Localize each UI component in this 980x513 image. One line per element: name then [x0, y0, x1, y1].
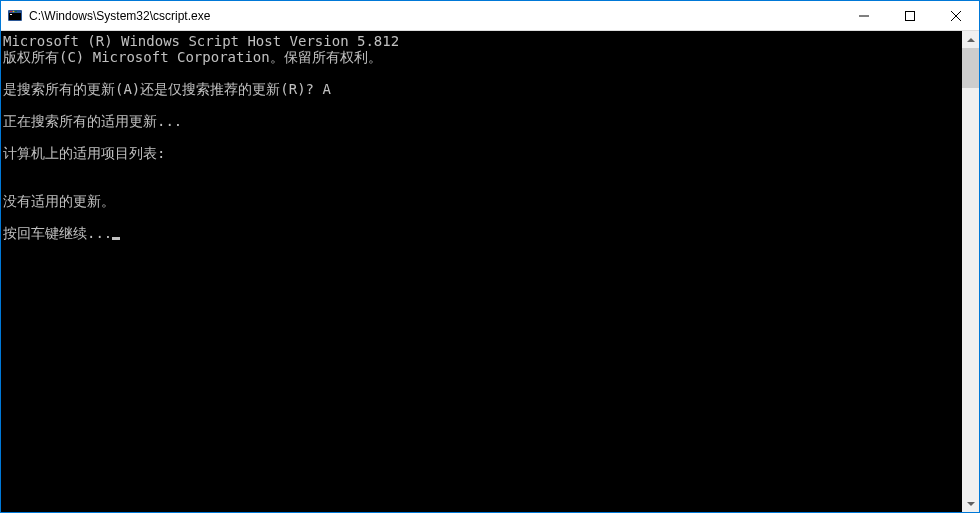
svg-point-3 [10, 10, 12, 12]
titlebar[interactable]: C:\Windows\System32\cscript.exe [1, 1, 979, 31]
client-area: Microsoft (R) Windows Script Host Versio… [1, 31, 979, 512]
scroll-track[interactable] [962, 48, 979, 495]
svg-rect-7 [906, 11, 915, 20]
svg-point-4 [13, 10, 15, 12]
console-line: 正在搜索所有的适用更新... [3, 113, 962, 129]
console-line: 计算机上的适用项目列表: [3, 145, 962, 161]
minimize-button[interactable] [841, 1, 887, 30]
svg-rect-2 [10, 14, 12, 15]
scroll-thumb[interactable] [962, 48, 979, 88]
scroll-up-button[interactable] [962, 31, 979, 48]
maximize-button[interactable] [887, 1, 933, 30]
svg-marker-10 [967, 38, 975, 42]
app-icon [7, 8, 23, 24]
console-line [3, 97, 962, 113]
console-line: 按回车键继续... [3, 225, 962, 241]
console-line [3, 65, 962, 81]
window-controls [841, 1, 979, 30]
window-title: C:\Windows\System32\cscript.exe [29, 9, 841, 23]
console-line [3, 209, 962, 225]
svg-marker-11 [967, 502, 975, 506]
console-line [3, 129, 962, 145]
window-frame: C:\Windows\System32\cscript.exe Microsof… [0, 0, 980, 513]
console-line: 是搜索所有的更新(A)还是仅搜索推荐的更新(R)? A [3, 81, 962, 97]
cursor [112, 237, 120, 240]
close-button[interactable] [933, 1, 979, 30]
console-output[interactable]: Microsoft (R) Windows Script Host Versio… [1, 31, 962, 512]
vertical-scrollbar[interactable] [962, 31, 979, 512]
svg-point-5 [15, 10, 17, 12]
scroll-down-button[interactable] [962, 495, 979, 512]
console-line: 没有适用的更新。 [3, 193, 962, 209]
console-line [3, 177, 962, 193]
console-line: Microsoft (R) Windows Script Host Versio… [3, 33, 962, 49]
console-line: 版权所有(C) Microsoft Corporation。保留所有权利。 [3, 49, 962, 65]
console-line [3, 161, 962, 177]
